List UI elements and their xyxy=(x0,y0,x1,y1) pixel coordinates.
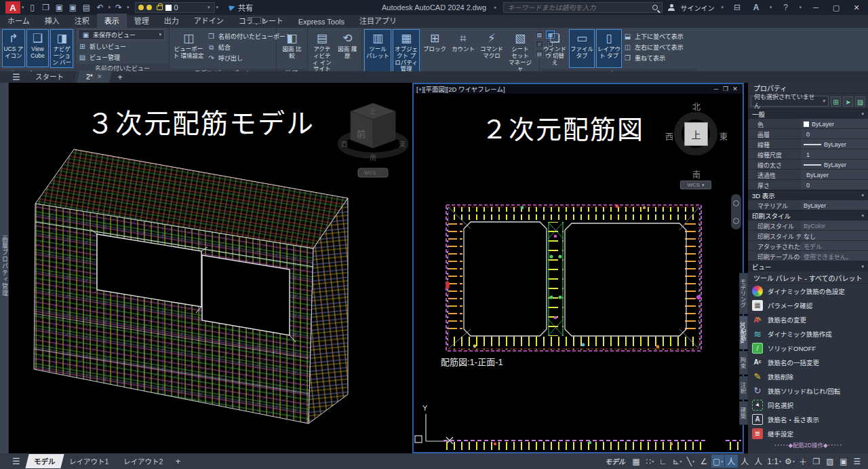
status-toggle-icon[interactable]: 人 xyxy=(738,455,751,468)
status-toggle-icon[interactable]: ▦ xyxy=(630,455,643,468)
layer-control[interactable]: 0 ▾ xyxy=(135,2,215,13)
close-button[interactable]: ✕ xyxy=(849,3,864,12)
ribbon-row-button[interactable]: ⊞ 新しいビュー xyxy=(78,41,167,52)
viewcube-2d[interactable]: 北 西 上 東 南 WCS ▾ xyxy=(665,100,728,183)
status-toggle-icon[interactable]: ▢ ▾ xyxy=(711,455,724,468)
status-toggle-icon[interactable]: ∟ xyxy=(657,455,670,468)
tool-palette-item[interactable]: ダイナミック鉄筋の色設定 xyxy=(748,284,868,298)
ribbon-button[interactable]: ▦ オブジェクト プロパティ管理 xyxy=(393,29,420,75)
cube-top-label[interactable]: 上 xyxy=(370,108,376,115)
tool-palette-item[interactable]: ソリッドONOFF xyxy=(748,341,868,355)
ribbon-tab[interactable]: 注目アプリ xyxy=(352,14,404,28)
new-file-tab-button[interactable]: + xyxy=(112,72,128,83)
selection-dropdown[interactable]: 何も選択されていません ▾ xyxy=(751,96,829,107)
autocad-logo[interactable]: A xyxy=(5,1,20,14)
signin-caret-icon[interactable]: ▾ xyxy=(721,5,724,10)
tool-palette-item[interactable]: 鉄筋名の一括変更 xyxy=(748,355,868,369)
property-row[interactable]: 印刷スタイル テ... なし xyxy=(748,231,868,241)
autodesk-icon[interactable]: A xyxy=(750,2,762,13)
help-caret-icon[interactable]: ▾ xyxy=(799,5,802,10)
new-layout-button[interactable]: + xyxy=(170,456,186,467)
tool-palette-tab[interactable]: 建築 xyxy=(739,401,748,425)
ribbon-button[interactable]: ❑ View Cube xyxy=(26,29,50,67)
tool-palette-tab[interactable]: 3D配筋x xyxy=(739,316,748,350)
property-row[interactable]: 印刷スタイル ByColor xyxy=(748,221,868,231)
viewcube-south[interactable]: 南 xyxy=(692,168,701,180)
view-combo[interactable]: ▣ 未保存のビュー ▾ xyxy=(78,29,165,40)
layout-tab[interactable]: レイアウト2 xyxy=(115,454,172,468)
section-plot-style[interactable]: 印刷スタイル ▾ xyxy=(748,210,868,221)
property-row[interactable]: 線種 ByLayer xyxy=(748,139,868,149)
property-row[interactable]: 線の太さ ByLayer xyxy=(748,160,868,170)
layout-tab[interactable]: モデル xyxy=(25,454,64,468)
status-toggle-icon[interactable]: ⚙ ▾ xyxy=(783,455,796,468)
signin-label[interactable]: サインイン xyxy=(680,3,714,13)
property-row[interactable]: 画層 0 xyxy=(748,129,868,139)
file-tab[interactable]: 2* ✕ xyxy=(76,71,112,83)
cube-west-label[interactable]: 西 xyxy=(341,140,348,148)
section-general[interactable]: 一般 ▾ xyxy=(748,109,868,119)
status-toggle-icon[interactable]: ＋ xyxy=(797,455,810,468)
plot-icon[interactable]: ▤ xyxy=(81,2,93,13)
ribbon-button[interactable]: ▤ アクティビティ インサイト xyxy=(310,29,334,75)
status-toggle-icon[interactable]: ╲ ▾ xyxy=(684,455,697,468)
tool-palette-tab[interactable]: 拘束 xyxy=(739,351,748,375)
redo-caret-icon[interactable]: ▾ xyxy=(127,5,130,10)
status-toggle-icon[interactable]: ▨ xyxy=(824,455,837,468)
section-view[interactable]: ビュー ▾ xyxy=(748,261,868,271)
quick-select-icon[interactable]: ▨ xyxy=(855,96,865,107)
new-file-icon[interactable]: ▯ xyxy=(26,2,39,13)
ribbon-button[interactable]: ▥ ツール パレット xyxy=(364,29,391,75)
search-expand-icon[interactable]: ▸ xyxy=(494,5,497,10)
property-row[interactable]: 透過性 ByLayer xyxy=(748,170,868,180)
viewcube-3d[interactable]: 西 南 東 上 前 WCS xyxy=(336,95,410,182)
ribbon-button[interactable]: ▭ ファイル タブ xyxy=(569,29,595,68)
pan-icon[interactable] xyxy=(733,218,739,224)
tool-palette-item[interactable]: 鉄筋削除 xyxy=(748,369,868,383)
cube-east-label[interactable]: 東 xyxy=(399,140,406,148)
select-objects-icon[interactable]: ➤ xyxy=(843,96,853,107)
ribbon-tab[interactable]: アドイン xyxy=(186,14,231,28)
app-store-icon[interactable]: ⊟ xyxy=(731,2,743,13)
status-toggle-icon[interactable]: ▣ xyxy=(837,455,850,468)
section-3d-visualization[interactable]: 3D 表示 ▾ xyxy=(748,190,868,200)
viewport-title[interactable]: [+][平面図][2D ワイヤフレーム] xyxy=(416,84,711,94)
viewcube-north[interactable]: 北 xyxy=(692,100,701,112)
open-file-icon[interactable]: ❒ xyxy=(40,2,52,13)
undo-caret-icon[interactable]: ▾ xyxy=(108,5,111,10)
ribbon-button[interactable]: ▯ レイアウト タブ xyxy=(596,29,622,68)
tool-palette-tab[interactable]: モデリング xyxy=(739,273,748,314)
cube-front-label[interactable]: 前 xyxy=(357,129,366,139)
navigation-bar[interactable] xyxy=(731,194,741,229)
logo-caret-icon[interactable]: ▾ xyxy=(22,5,24,10)
property-row[interactable]: 印刷テーブルのタ... 使用できません。 xyxy=(748,251,868,261)
property-row[interactable]: 厚さ 0 xyxy=(748,180,868,190)
ribbon-button[interactable]: ◨ ナビゲーション バー xyxy=(50,29,73,68)
status-toggle-icon[interactable]: 1:1 ▾ xyxy=(766,455,783,468)
model-space-indicator[interactable]: モデル xyxy=(605,456,625,466)
layout-menu-icon[interactable]: ☰ xyxy=(0,456,27,467)
ribbon-tab[interactable]: 出力 xyxy=(157,14,186,28)
file-tab-close-icon[interactable]: ✕ xyxy=(97,73,102,80)
viewcube-west[interactable]: 西 xyxy=(665,130,673,142)
viewport-close-icon[interactable]: ✕ xyxy=(730,86,740,92)
status-toggle-icon[interactable]: ❐ xyxy=(810,455,823,468)
ribbon-tab[interactable]: 表示 xyxy=(97,14,127,28)
tool-palette-item[interactable]: 鉄筋ソリッドねじれ/回転 xyxy=(748,383,868,398)
ribbon-tab[interactable]: 注釈 xyxy=(67,14,97,28)
share-button[interactable]: 共有 xyxy=(229,2,253,13)
ribbon-button[interactable]: ⟲ 図面 履歴 xyxy=(336,29,360,67)
viewcube-east[interactable]: 東 xyxy=(719,130,728,142)
save-icon[interactable]: ▣ xyxy=(54,2,66,13)
search-input[interactable] xyxy=(504,4,652,12)
viewport-content[interactable]: ２次元配筋図 xyxy=(414,94,743,452)
tool-palette-item[interactable]: ダイナミック鉄筋作成 xyxy=(748,326,868,341)
ribbon-row-button[interactable]: ⬓ 上下に並べて表示 xyxy=(623,31,684,41)
restore-button[interactable]: ▢ xyxy=(829,3,844,12)
redo-icon[interactable]: ↷ xyxy=(113,2,125,13)
status-toggle-icon[interactable]: ☰ xyxy=(851,455,864,468)
status-toggle-icon[interactable]: ⊾ ▾ xyxy=(671,455,684,468)
ribbon-button[interactable]: ⊞ ブロック xyxy=(421,29,448,75)
property-row[interactable]: 線種尺度 1 xyxy=(748,149,868,160)
ribbon-button[interactable]: ◧ 図面 比較 xyxy=(279,29,305,67)
